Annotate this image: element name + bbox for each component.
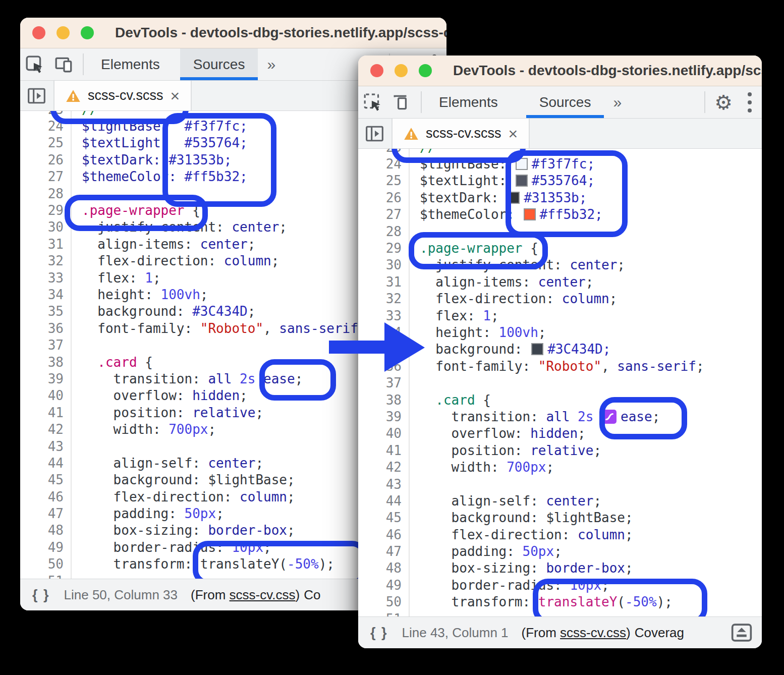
line-number: 25 (20, 135, 71, 150)
line-number: 24 (20, 119, 71, 134)
line-number: 37 (358, 375, 409, 390)
code-line: 37 (358, 374, 762, 391)
file-tab-scss-cv[interactable]: scss-cv.scss × (393, 119, 530, 148)
code-text: overflow: hidden; (72, 388, 248, 403)
line-number: 45 (20, 472, 71, 487)
line-number: 48 (20, 523, 71, 538)
code-line: 43 (358, 476, 762, 492)
code-text: padding: 50px; (72, 506, 224, 521)
code-line: 47 padding: 50px; (358, 543, 762, 559)
kebab-menu-icon[interactable] (738, 86, 762, 118)
line-number: 43 (358, 477, 409, 492)
code-text: $themeColor: #ff5b32; (410, 207, 603, 222)
code-text: .card { (72, 355, 153, 370)
zoom-window-button[interactable] (419, 64, 432, 77)
status-bar: { } Line 43, Column 1 (From scss-cv.css)… (358, 616, 762, 648)
more-tabs-chevron[interactable]: » (258, 48, 285, 80)
code-line: 41 position: relative; (358, 442, 762, 459)
code-text: padding: 50px; (410, 544, 562, 559)
code-text: box-sizing: border-box; (410, 560, 633, 576)
line-number: 25 (358, 173, 409, 188)
active-tab-underline (526, 115, 604, 118)
more-tabs-chevron[interactable]: » (604, 86, 631, 118)
line-number: 31 (20, 237, 71, 252)
line-number: 27 (20, 169, 71, 184)
code-line: 25$textLight: #535764; (358, 173, 762, 189)
inspect-element-icon[interactable] (20, 48, 49, 80)
close-file-icon[interactable]: × (171, 88, 180, 104)
code-text: font-family: "Roboto", sans-serif; (72, 321, 366, 336)
code-line: 26$textDark: #31353b; (358, 189, 762, 206)
file-tab-strip: scss-cv.scss × (358, 119, 762, 149)
line-number: 42 (358, 460, 409, 475)
coverage-text: Co (304, 587, 320, 603)
code-text: $lightBase: #f3f7fc; (410, 156, 595, 172)
line-number: 30 (358, 257, 409, 272)
code-text: $textDark: #31353b; (72, 152, 232, 167)
code-text: border-radius: 10px; (72, 540, 271, 555)
code-line: 51 (358, 610, 762, 616)
tab-elements[interactable]: Elements (88, 48, 173, 80)
device-toolbar-icon[interactable] (387, 86, 417, 118)
tab-sources[interactable]: Sources (526, 86, 604, 118)
source-file-link[interactable]: scss-cv.css (230, 587, 296, 602)
code-line: 39 transition: all 2s ease; (358, 408, 762, 425)
titlebar: DevTools - devtools-dbg-stories.netlify.… (358, 55, 762, 86)
color-swatch-icon (531, 343, 543, 355)
line-number: 30 (20, 219, 71, 235)
code-text: justify-content: center; (72, 219, 287, 235)
code-editor[interactable]: 23// ------------------------24$lightBas… (358, 149, 762, 616)
line-number: 33 (20, 270, 71, 286)
close-window-button[interactable] (32, 26, 45, 39)
code-text: $textDark: #31353b; (410, 190, 587, 205)
code-text: background: $lightBase; (410, 510, 633, 525)
navigator-toggle-icon[interactable] (358, 119, 393, 148)
code-text: border-radius: 10px; (410, 578, 609, 593)
line-number: 44 (358, 493, 409, 509)
line-number: 47 (358, 544, 409, 559)
cursor-position: Line 50, Column 33 (64, 587, 178, 603)
code-text: box-sizing: border-box; (72, 523, 295, 538)
color-swatch-icon (508, 192, 520, 204)
minimize-window-button[interactable] (395, 64, 408, 77)
line-number: 49 (20, 540, 71, 555)
line-number: 39 (358, 409, 409, 424)
source-file-link[interactable]: scss-cv.css (560, 625, 626, 640)
line-number: 23 (20, 111, 71, 117)
minimize-window-button[interactable] (57, 26, 70, 39)
line-number: 48 (358, 560, 409, 576)
transition-arrow (328, 319, 426, 375)
code-text: align-items: center; (72, 237, 255, 252)
code-line: 23// ------------------------ (358, 149, 762, 155)
settings-gear-icon[interactable]: ⚙ (709, 86, 738, 118)
navigator-toggle-icon[interactable] (20, 81, 54, 110)
close-window-button[interactable] (370, 64, 383, 77)
pretty-print-icon[interactable]: { } (370, 625, 388, 641)
code-line: 30 justify-content: center; (358, 257, 762, 273)
zoom-window-button[interactable] (81, 26, 94, 39)
device-toolbar-icon[interactable] (49, 48, 79, 80)
tab-elements[interactable]: Elements (426, 86, 511, 118)
window-title: DevTools - devtools-dbg-stories.netlify.… (453, 63, 762, 79)
tab-sources[interactable]: Sources (180, 48, 258, 80)
line-number: 51 (20, 574, 71, 579)
code-line: 40 overflow: hidden; (358, 425, 762, 442)
drawer-toggle-icon[interactable] (731, 623, 753, 643)
code-text: font-family: "Roboto", sans-serif; (410, 359, 704, 374)
code-line: 29.page-wrapper { (358, 240, 762, 256)
pretty-print-icon[interactable]: { } (32, 587, 50, 603)
line-number: 36 (20, 321, 71, 336)
close-file-icon[interactable]: × (509, 126, 518, 142)
code-text: align-self: center; (72, 456, 263, 471)
code-line: 44 align-self: center; (358, 492, 762, 509)
file-tab-scss-cv[interactable]: scss-cv.scss × (54, 81, 192, 110)
code-line: 50 transform: translateY(-50%); (358, 594, 762, 610)
code-line: 31 align-items: center; (358, 273, 762, 290)
line-number: 35 (20, 304, 71, 319)
cursor-position: Line 43, Column 1 (402, 625, 509, 641)
code-text: .page-wrapper { (72, 203, 200, 218)
code-text: position: relative; (410, 443, 601, 458)
inspect-element-icon[interactable] (358, 86, 387, 118)
line-number: 37 (20, 338, 71, 353)
code-line: 45 background: $lightBase; (358, 510, 762, 526)
